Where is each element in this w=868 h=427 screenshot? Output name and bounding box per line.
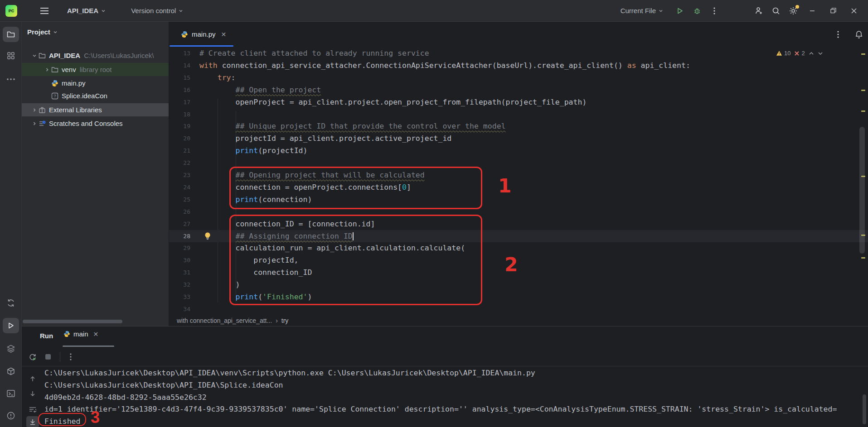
vcs-widget-button[interactable]: Version control xyxy=(127,4,187,17)
code-line-16[interactable]: 16 ## Open the project xyxy=(169,84,868,96)
window-close-button[interactable] xyxy=(844,3,863,19)
soft-wrap-button[interactable] xyxy=(26,403,39,415)
console-line[interactable]: id=1 identifier='125e1389-c4d3-47f4-9c39… xyxy=(44,403,837,415)
terminal-tool-button[interactable] xyxy=(3,386,19,401)
tool-window-rail xyxy=(0,22,22,427)
tree-item-api-idea[interactable]: API_IDEA C:\Users\LukasJuricek\ xyxy=(22,49,169,62)
project-horizontal-scrollbar[interactable] xyxy=(23,320,122,323)
terminal-icon xyxy=(6,389,15,398)
code-line-15[interactable]: 15 try: xyxy=(169,72,868,84)
errors-indicator[interactable]: 2 xyxy=(794,50,805,57)
services-tool-button[interactable] xyxy=(3,341,19,356)
structure-tool-button[interactable] xyxy=(3,48,19,63)
search-everywhere-button[interactable] xyxy=(768,4,784,18)
tree-label: External Libraries xyxy=(49,106,102,114)
run-configuration-selector[interactable]: Current File xyxy=(617,4,667,17)
tree-item-main-py[interactable]: main.py xyxy=(22,77,169,90)
run-button[interactable] xyxy=(672,4,688,18)
console-vertical-scrollbar[interactable] xyxy=(863,394,866,424)
rerun-button[interactable] xyxy=(26,351,39,363)
tree-item-splice-ideacon[interactable]: ? Splice.ideaCon xyxy=(22,89,169,102)
python-console-tool-button[interactable] xyxy=(3,295,19,311)
stop-button[interactable] xyxy=(42,351,54,363)
stripe-mark[interactable] xyxy=(861,53,865,55)
problems-icon xyxy=(6,411,15,420)
code-with-me-button[interactable] xyxy=(751,4,766,18)
ellipsis-icon xyxy=(7,78,15,80)
run-tab-main[interactable]: main ✕ xyxy=(63,330,98,338)
run-more-options-button[interactable] xyxy=(64,351,77,363)
line-number: 31 xyxy=(169,266,190,278)
python-file-icon xyxy=(51,80,58,87)
next-problem-chevron-icon[interactable] xyxy=(818,52,823,55)
window-restore-button[interactable] xyxy=(824,3,843,19)
console-line[interactable]: C:\Users\LukasJuricek\Desktop\API_IDEA\S… xyxy=(44,379,283,391)
code-token: (projectId) xyxy=(258,146,307,155)
python-packages-tool-button[interactable] xyxy=(3,364,19,379)
code-text: ## Unique project ID that provide the co… xyxy=(199,120,506,132)
stripe-mark[interactable] xyxy=(861,257,865,259)
stripe-mark[interactable] xyxy=(861,176,865,177)
code-token xyxy=(199,122,235,130)
run-tool-button[interactable] xyxy=(3,318,19,333)
more-tool-windows-button[interactable] xyxy=(3,72,19,87)
project-widget-button[interactable]: API_IDEA xyxy=(63,4,109,17)
line-number: 21 xyxy=(169,144,190,157)
tree-item-venv[interactable]: venv library root xyxy=(22,63,169,76)
stripe-mark[interactable] xyxy=(861,110,865,112)
folder-icon xyxy=(39,52,46,59)
line-number: 23 xyxy=(169,169,190,181)
problems-tool-button[interactable] xyxy=(3,408,19,423)
intention-bulb-icon[interactable] xyxy=(204,232,213,241)
line-number: 25 xyxy=(169,193,190,206)
main-menu-button[interactable] xyxy=(36,5,53,17)
project-panel-header[interactable]: Project xyxy=(27,28,58,36)
code-token: # Create client attached to already runn… xyxy=(199,49,429,58)
line-number: 15 xyxy=(169,72,190,84)
run-panel-title[interactable]: Run xyxy=(40,332,53,340)
prev-problem-chevron-icon[interactable] xyxy=(809,52,814,55)
console-line[interactable]: C:\Users\LukasJuricek\Desktop\API_IDEA\v… xyxy=(44,367,535,379)
code-token: as xyxy=(627,61,636,70)
tab-close-icon[interactable]: ✕ xyxy=(93,331,99,338)
tree-item-external-libraries[interactable]: External Libraries xyxy=(22,103,169,116)
code-line-17[interactable]: 17 openProject = api_client.project.open… xyxy=(169,96,868,108)
stripe-mark[interactable] xyxy=(861,90,865,91)
vcs-widget-label: Version control xyxy=(131,7,176,14)
down-stack-trace-button[interactable] xyxy=(26,388,39,399)
debug-button[interactable] xyxy=(689,4,705,18)
package-icon xyxy=(6,367,15,376)
tree-item-scratches[interactable]: Scratches and Consoles xyxy=(22,117,169,130)
breadcrumb: with connection_api_service_att... › try xyxy=(169,315,868,326)
console-line[interactable]: 4d09eb2d-4628-48bd-8292-5aaa55e26c32 xyxy=(44,391,207,403)
restore-icon xyxy=(830,8,836,14)
stripe-mark[interactable] xyxy=(861,235,865,236)
more-actions-button[interactable] xyxy=(707,4,722,18)
hamburger-icon xyxy=(40,7,49,14)
warnings-indicator[interactable]: 10 xyxy=(776,50,790,57)
code-line-18[interactable]: 18 xyxy=(169,108,868,120)
code-token: connection_api_service_attacher.Connecti… xyxy=(218,61,627,70)
inspections-widget[interactable]: 10 2 xyxy=(776,50,823,57)
code-line-20[interactable]: 20 projectId = api_client.project.active… xyxy=(169,132,868,144)
breadcrumb-item-try[interactable]: try xyxy=(281,317,289,324)
code-line-14[interactable]: 14with connection_api_service_attacher.C… xyxy=(169,59,868,72)
settings-button[interactable] xyxy=(786,4,801,18)
window-minimize-button[interactable] xyxy=(803,3,822,19)
code-line-21[interactable]: 21 print(projectId) xyxy=(169,144,868,157)
code-area[interactable]: 13# Create client attached to already ru… xyxy=(169,22,868,315)
up-stack-trace-button[interactable] xyxy=(26,373,39,385)
code-text: try: xyxy=(199,72,236,84)
line-number: 27 xyxy=(169,218,190,230)
project-tool-button[interactable] xyxy=(3,27,19,42)
toolbar-divider xyxy=(60,352,60,362)
code-token xyxy=(199,146,235,155)
run-configuration-label: Current File xyxy=(621,7,656,14)
scroll-to-end-button[interactable] xyxy=(26,416,39,427)
arrow-up-icon xyxy=(29,376,36,382)
code-line-13[interactable]: 13# Create client attached to already ru… xyxy=(169,47,868,59)
code-line-19[interactable]: 19 ## Unique project ID that provide the… xyxy=(169,120,868,132)
breadcrumb-item-with[interactable]: with connection_api_service_att... xyxy=(177,317,272,324)
code-text: projectId = api_client.project.active_pr… xyxy=(199,132,451,144)
code-token xyxy=(199,86,235,94)
